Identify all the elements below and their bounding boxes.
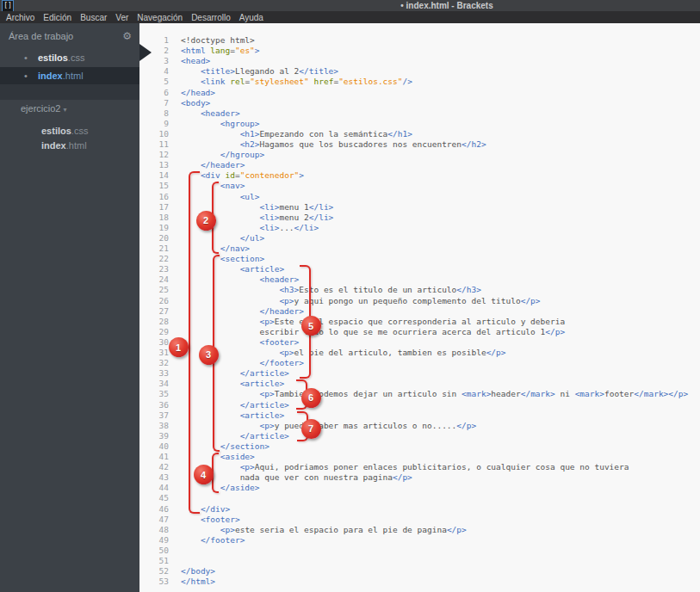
code-line[interactable]: 21 </nav> xyxy=(139,244,250,255)
code-line[interactable]: 14 <div id="contenedor"> xyxy=(139,170,304,182)
code-text: <nav> xyxy=(181,181,245,190)
menu-desarrollo[interactable]: Desarrollo xyxy=(187,13,235,22)
brackets-app-icon: [] xyxy=(2,0,14,12)
code-line[interactable]: 36 </article> xyxy=(139,400,289,411)
code-line[interactable]: 47 <footer> xyxy=(139,515,240,526)
code-line[interactable]: 12 </hgroup> xyxy=(139,150,264,161)
working-file-estilos-css[interactable]: • estilos.css xyxy=(0,49,139,66)
code-text: </html> xyxy=(181,577,215,586)
code-line[interactable]: 10 <h1>Empezando con la semántica</h1> xyxy=(139,129,412,140)
code-text: <link rel="stylesheet" href="estilos.css… xyxy=(181,77,412,86)
menu-edicion[interactable]: Edición xyxy=(39,13,76,22)
code-line[interactable]: 41 <aside> xyxy=(139,452,255,463)
code-line[interactable]: 30 <footer> xyxy=(139,337,299,348)
code-line[interactable]: 38 <p>y puede haber mas articulos o no..… xyxy=(139,421,476,432)
line-number: 13 xyxy=(139,160,169,170)
working-file-index-html[interactable]: • index.html xyxy=(0,67,139,84)
code-line[interactable]: 25 <h3>Esto es el titulo de un articulo<… xyxy=(139,285,481,296)
code-text: </article> xyxy=(181,368,289,378)
line-number: 8 xyxy=(139,108,169,119)
code-text: <li>menu 2</li> xyxy=(181,213,333,222)
code-line[interactable]: 53</html> xyxy=(139,577,215,588)
code-line[interactable]: 23 <article> xyxy=(139,264,284,275)
code-line[interactable]: 27 </header> xyxy=(139,306,304,318)
code-line[interactable]: 42 <p>Aqui, podriamos poner enlaces publ… xyxy=(139,462,629,473)
code-text: </body> xyxy=(181,566,215,576)
menu-ayuda[interactable]: Ayuda xyxy=(235,13,268,22)
line-number: 29 xyxy=(139,327,169,337)
code-line[interactable]: 5 <link rel="stylesheet" href="estilos.c… xyxy=(139,77,412,88)
line-number: 36 xyxy=(139,400,169,410)
code-line[interactable]: 31 <p>el pie del articulo, tambien es po… xyxy=(139,348,506,359)
code-line[interactable]: 8 <header> xyxy=(139,108,240,120)
code-line[interactable]: 48 <p>este seria el espacio para el pie … xyxy=(139,525,467,536)
code-text: </ul> xyxy=(181,233,264,243)
code-editor[interactable]: 1<!doctype html>2<html lang="es">3<head>… xyxy=(139,23,700,592)
line-number: 15 xyxy=(139,181,169,191)
code-line[interactable]: 19 <li>...</li> xyxy=(139,223,319,234)
code-line[interactable]: 26 <p>y aqui pongo un pequeño complement… xyxy=(139,296,541,307)
code-text: <body> xyxy=(181,98,210,108)
code-line[interactable]: 7<body> xyxy=(139,98,210,109)
code-line[interactable]: 28 <p>Este es el espacio que corresponde… xyxy=(139,317,565,328)
code-line[interactable]: 51 xyxy=(139,556,181,567)
code-line[interactable]: 33 </article> xyxy=(139,368,289,379)
menu-navegacion[interactable]: Navegación xyxy=(133,13,187,22)
code-line[interactable]: 52</body> xyxy=(139,566,215,577)
code-line[interactable]: 46 </div> xyxy=(139,504,230,515)
code-line[interactable]: 44 </aside> xyxy=(139,483,260,494)
code-line[interactable]: 39 </article> xyxy=(139,431,289,442)
code-line[interactable]: 6</head> xyxy=(139,88,215,99)
project-file-index-html[interactable]: index.html xyxy=(41,139,136,152)
code-text: <p>Este es el espacio que corresponderia… xyxy=(181,317,565,326)
code-line[interactable]: 11 <h2>Hagamos que los buscadores nos en… xyxy=(139,139,486,151)
code-line[interactable]: 2<html lang="es"> xyxy=(139,46,260,57)
code-line[interactable]: 17 <li>menu 1</li> xyxy=(139,202,333,213)
line-number: 18 xyxy=(139,213,169,223)
project-dropdown[interactable]: ejercicio2 ▾ xyxy=(21,103,67,114)
code-line[interactable]: 35 <p>Tambien podemos dejar un articulo … xyxy=(139,389,688,400)
code-line[interactable]: 18 <li>menu 2</li> xyxy=(139,213,333,224)
code-line[interactable]: 13 </header> xyxy=(139,160,245,171)
code-text: <aside> xyxy=(181,452,255,461)
code-line[interactable]: 22 <section> xyxy=(139,254,264,265)
line-number: 40 xyxy=(139,441,169,452)
line-number: 49 xyxy=(139,535,169,546)
line-number: 41 xyxy=(139,452,169,462)
code-text: </footer> xyxy=(181,535,245,545)
code-line[interactable]: 1<!doctype html> xyxy=(139,35,255,46)
code-text: nada que ver con nuestra pagina</p> xyxy=(181,472,412,482)
code-text: escribir todo lo que se me ocurriera ace… xyxy=(181,327,565,336)
code-line[interactable]: 34 <article> xyxy=(139,379,284,390)
code-text: <section> xyxy=(181,254,264,263)
code-line[interactable]: 37 <article> xyxy=(139,410,284,422)
working-file-label: estilos.css xyxy=(38,49,84,66)
menu-buscar[interactable]: Buscar xyxy=(76,13,111,22)
code-line[interactable]: 50 xyxy=(139,546,181,557)
code-line[interactable]: 16 <ul> xyxy=(139,192,260,203)
code-text: <li>...</li> xyxy=(181,223,319,232)
project-file-estilos-css[interactable]: estilos.css xyxy=(41,124,136,138)
gear-icon[interactable]: ⚙ xyxy=(122,30,132,42)
code-text: <p>Tambien podemos dejar un articulo sin… xyxy=(181,389,688,398)
code-line[interactable]: 20 </ul> xyxy=(139,233,264,244)
code-line[interactable]: 9 <hgroup> xyxy=(139,119,260,130)
code-line[interactable]: 43 nada que ver con nuestra pagina</p> xyxy=(139,472,412,484)
code-line[interactable]: 29 escribir todo lo que se me ocurriera … xyxy=(139,327,565,338)
line-number: 50 xyxy=(139,546,169,556)
code-line[interactable]: 32 </footer> xyxy=(139,358,304,369)
line-number: 37 xyxy=(139,410,169,421)
code-text: </aside> xyxy=(181,483,260,492)
code-line[interactable]: 49 </footer> xyxy=(139,535,245,546)
code-line[interactable]: 45 xyxy=(139,493,181,504)
code-text: <li>menu 1</li> xyxy=(181,202,333,212)
code-line[interactable]: 4 <title>Llegando al 2</title> xyxy=(139,66,338,77)
menu-archivo[interactable]: Archivo xyxy=(2,13,39,22)
code-line[interactable]: 15 <nav> xyxy=(139,181,245,192)
line-number: 33 xyxy=(139,368,169,379)
line-number: 43 xyxy=(139,472,169,483)
menu-ver[interactable]: Ver xyxy=(111,13,133,22)
line-number: 7 xyxy=(139,98,169,108)
code-line[interactable]: 40 </section> xyxy=(139,441,269,453)
code-line[interactable]: 24 <header> xyxy=(139,274,299,286)
